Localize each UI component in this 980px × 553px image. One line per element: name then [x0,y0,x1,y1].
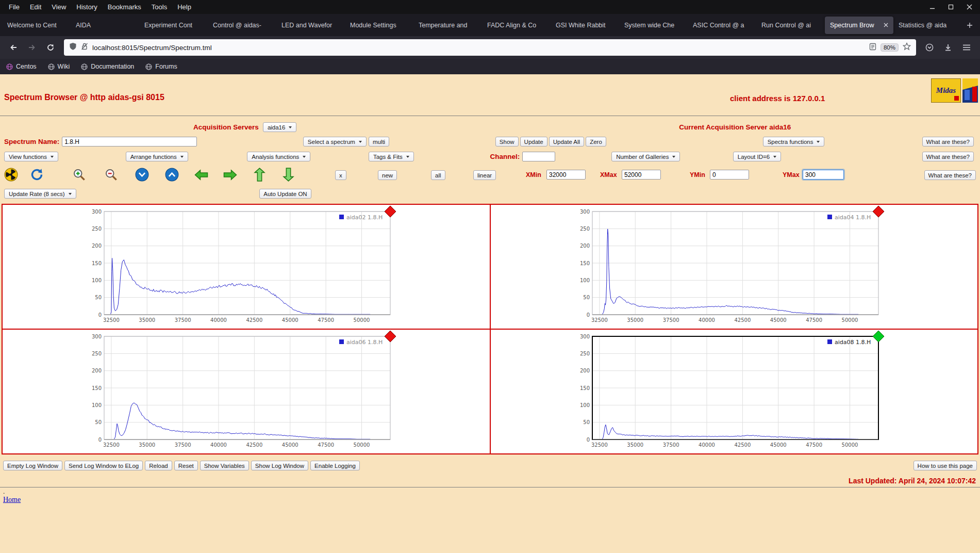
auto-update-button[interactable]: Auto Update ON [259,189,311,199]
bookmark-star-icon[interactable] [903,42,911,53]
downloads-icon[interactable] [940,39,956,56]
tab-asic-control[interactable]: ASIC Control @ a [688,17,756,34]
auto-refresh-icon[interactable] [30,168,44,184]
bookmark-wiki[interactable]: Wiki [48,63,70,70]
tab-run-control[interactable]: Run Control @ ai [756,17,825,34]
save-to-pocket-icon[interactable] [921,39,938,56]
client-address: client address is 127.0.0.1 [730,94,825,103]
select-spectrum-dropdown[interactable]: Select a spectrum [303,137,367,147]
tab-control-aidas[interactable]: Control @ aidas- [208,17,276,34]
tab-close-icon[interactable] [884,23,888,27]
radiation-icon[interactable] [4,168,18,184]
galleries-dropdown[interactable]: Number of Galleries [611,152,680,161]
menu-tools[interactable]: Tools [147,2,172,12]
multi-button[interactable]: multi [369,137,389,147]
new-tab-button[interactable] [962,18,977,33]
tab-temperature[interactable]: Temperature and [413,17,482,34]
zoom-indicator[interactable]: 80% [881,43,899,52]
what-are-these-button-1[interactable]: What are these? [922,137,974,147]
zoom-out-icon[interactable] [104,168,118,184]
connection-not-secure-icon[interactable] [81,42,88,53]
ymin-input[interactable] [710,170,749,180]
tab-system-wide-check[interactable]: System wide Che [619,17,688,34]
spectrum-chart-top-left[interactable]: 0501001502002503003250035000375004000042… [3,205,490,329]
x-button[interactable]: x [335,170,346,180]
update-button[interactable]: Update [520,137,547,147]
acquisition-server-select[interactable]: aida16 [263,122,297,132]
bookmark-centos[interactable]: Centos [6,63,37,70]
tab-aida[interactable]: AIDA [71,17,139,34]
back-button[interactable] [5,39,22,56]
zero-button[interactable]: Zero [586,137,606,147]
tab-gsi-white-rabbit[interactable]: GSI White Rabbit [551,17,619,34]
analysis-functions-dropdown[interactable]: Analysis functions [247,152,310,161]
tab-led-waveform[interactable]: LED and Wavefor [276,17,345,34]
all-button[interactable]: all [431,170,445,180]
tab-fadc-align[interactable]: FADC Align & Co [482,17,551,34]
reload-page-button[interactable]: Reload [145,461,172,470]
reader-mode-icon[interactable] [869,43,876,53]
tab-spectrum-browser[interactable]: Spectrum Brow [825,17,893,34]
menu-bookmarks[interactable]: Bookmarks [103,2,146,12]
pan-right-icon[interactable] [223,169,238,183]
menu-history[interactable]: History [72,2,102,12]
send-elog-button[interactable]: Send Log Window to ELog [64,461,143,470]
new-button[interactable]: new [378,170,397,180]
xmax-input[interactable] [622,170,661,180]
linear-button[interactable]: linear [473,170,496,180]
bookmark-forums[interactable]: Forums [145,63,177,70]
arrange-functions-dropdown[interactable]: Arrange functions [126,152,188,161]
tab-welcome-to-centos[interactable]: Welcome to Cent [2,17,71,34]
layout-dropdown[interactable]: Layout ID=6 [733,152,781,161]
tab-statistics[interactable]: Statistics @ aida [893,17,962,34]
forward-button[interactable] [24,39,40,56]
shield-icon[interactable] [69,42,77,53]
minimize-button[interactable] [925,2,939,12]
how-to-use-button[interactable]: How to use this page [913,461,977,470]
spectrum-chart-bottom-left[interactable]: 0501001502002503003250035000375004000042… [3,330,490,453]
zoom-in-icon[interactable] [72,168,86,184]
show-log-button[interactable]: Show Log Window [251,461,308,470]
home-link[interactable]: Home [3,496,21,504]
tags-fits-dropdown[interactable]: Tags & Fits [369,152,414,161]
url-text[interactable]: localhost:8015/Spectrum/Spectrum.tml [92,44,865,52]
ymax-input[interactable] [803,170,844,180]
menu-file[interactable]: File [4,2,24,12]
what-are-these-button-3[interactable]: What are these? [924,170,976,180]
channel-input[interactable] [522,152,555,161]
pan-down-icon[interactable] [283,167,294,184]
menu-help[interactable]: Help [173,2,196,12]
menu-view[interactable]: View [47,2,71,12]
show-variables-button[interactable]: Show Variables [200,461,249,470]
maximize-button[interactable] [944,2,957,12]
tab-experiment-control[interactable]: Experiment Cont [139,17,208,34]
spectrum-chart-top-right[interactable]: 0501001502002503003250035000375004000042… [491,205,978,329]
close-button[interactable] [962,2,976,12]
empty-log-button[interactable]: Empty Log Window [3,461,62,470]
spectrum-name-input[interactable] [62,137,197,147]
menu-edit[interactable]: Edit [25,2,46,12]
x-tick-label: 47500 [318,442,334,448]
scroll-down-icon[interactable] [135,168,149,184]
what-are-these-button-2[interactable]: What are these? [922,152,974,161]
spectrum-chart-bottom-right[interactable]: 0501001502002503003250035000375004000042… [491,330,978,453]
reload-button[interactable] [42,39,59,56]
pan-up-icon[interactable] [254,167,265,184]
tab-module-settings[interactable]: Module Settings [345,17,413,34]
show-button[interactable]: Show [495,137,519,147]
app-menu-icon[interactable] [958,39,975,56]
logos: Midas [931,78,978,103]
view-functions-dropdown[interactable]: View functions [4,152,58,161]
pan-left-icon[interactable] [194,169,209,183]
url-bar[interactable]: localhost:8015/Spectrum/Spectrum.tml 80% [64,39,916,56]
bookmark-documentation[interactable]: Documentation [81,63,134,70]
scroll-up-icon[interactable] [165,168,179,184]
update-rate-dropdown[interactable]: Update Rate (8 secs) [4,189,76,199]
select-value: aida16 [268,124,286,131]
reset-button[interactable]: Reset [174,461,198,470]
page-title: Spectrum Browser @ http aidas-gsi 8015 [4,93,164,102]
xmin-input[interactable] [546,170,586,180]
enable-logging-button[interactable]: Enable Logging [310,461,360,470]
update-all-button[interactable]: Update All [549,137,584,147]
spectra-functions-dropdown[interactable]: Spectra functions [763,137,825,147]
